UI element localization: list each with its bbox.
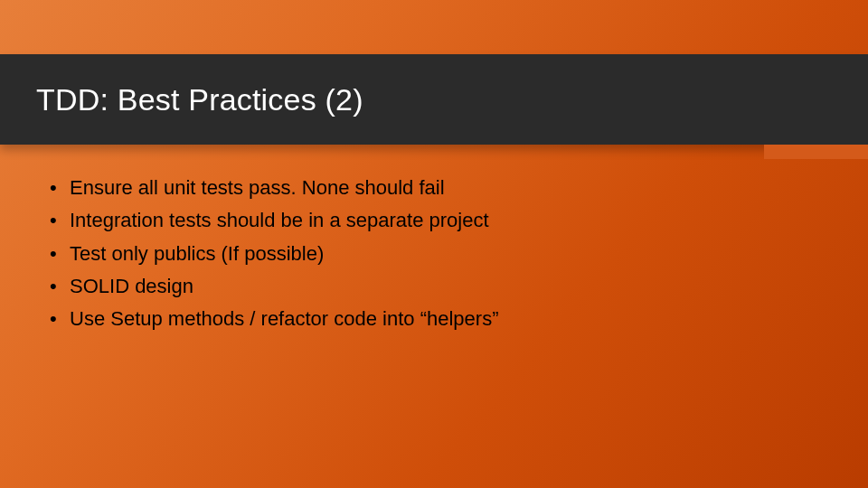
accent-bar (764, 145, 868, 159)
list-item: SOLID design (50, 270, 814, 303)
list-item: Test only publics (If possible) (50, 238, 814, 270)
title-bar: TDD: Best Practices (2) (0, 54, 868, 145)
bullet-list: Ensure all unit tests pass. None should … (50, 172, 814, 335)
content-area: Ensure all unit tests pass. None should … (50, 172, 814, 335)
slide-title: TDD: Best Practices (2) (36, 82, 363, 117)
list-item: Use Setup methods / refactor code into “… (50, 303, 814, 335)
list-item: Integration tests should be in a separat… (50, 204, 814, 237)
list-item: Ensure all unit tests pass. None should … (50, 172, 814, 204)
slide: TDD: Best Practices (2) Ensure all unit … (0, 0, 868, 488)
